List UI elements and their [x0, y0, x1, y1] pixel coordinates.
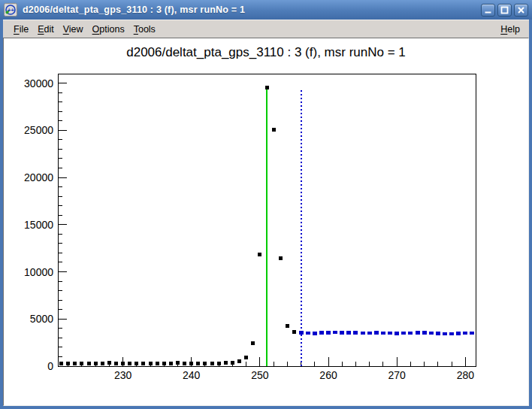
data-histogram-point	[292, 330, 296, 334]
theory-fit-point	[374, 331, 379, 334]
theory-fit-point	[456, 332, 461, 335]
data-histogram-point	[251, 341, 255, 345]
data-histogram-point	[94, 362, 98, 365]
data-histogram-point	[128, 362, 131, 365]
theory-fit-point	[333, 331, 337, 334]
theory-fit-point	[353, 331, 358, 334]
theory-fit-point	[408, 332, 413, 335]
root-app-icon: ++	[4, 3, 17, 17]
theory-fit-point	[319, 331, 324, 334]
theory-fit-point	[449, 332, 454, 335]
y-tick-label: 5000	[30, 313, 53, 325]
data-histogram-point	[114, 362, 118, 365]
data-histogram-point	[169, 362, 173, 365]
data-histogram-point	[189, 362, 193, 365]
theory-fit-point	[416, 331, 420, 334]
theory-fit-point	[443, 332, 447, 335]
menubar-left: FileEditViewOptionsTools	[9, 23, 160, 36]
data-histogram-point	[203, 362, 207, 365]
data-histogram-point	[272, 128, 276, 132]
y-tick-label: 25000	[24, 124, 53, 136]
theory-fit-point	[388, 332, 392, 335]
titlebar[interactable]: ++ d2006/deltat_pta_gps_3110 : 3 (f), ms…	[0, 0, 532, 20]
maximize-icon[interactable]	[497, 4, 512, 17]
data-histogram-point	[162, 362, 166, 365]
data-histogram-point	[101, 362, 104, 365]
svg-text:++: ++	[8, 7, 14, 14]
plot-svg[interactable]: 2302402502602702800500010000150002000025…	[4, 38, 528, 405]
close-icon[interactable]	[514, 4, 528, 17]
x-tick-label: 260	[319, 369, 337, 381]
minimize-icon[interactable]	[481, 4, 495, 17]
y-tick-label: 15000	[24, 219, 53, 231]
theory-fit-point	[367, 332, 372, 335]
x-tick-label: 250	[251, 369, 269, 381]
data-histogram-point	[244, 356, 248, 359]
data-histogram-point	[59, 362, 63, 365]
root-canvas[interactable]: d2006/deltat_pta_gps_3110 : 3 (f), msr r…	[3, 38, 529, 406]
menu-options[interactable]: Options	[88, 23, 129, 36]
data-histogram-point	[141, 362, 145, 365]
data-histogram-point	[149, 362, 153, 365]
data-histogram-point	[156, 362, 159, 365]
theory-fit-point	[436, 332, 440, 335]
menu-help[interactable]: Help	[497, 23, 523, 36]
y-tick-label: 20000	[24, 171, 53, 183]
menu-tools[interactable]: Tools	[129, 23, 160, 36]
theory-fit-point	[394, 332, 399, 335]
theory-fit-point	[346, 331, 351, 334]
data-histogram-point	[176, 361, 180, 365]
window-title: d2006/deltat_pta_gps_3110 : 3 (f), msr r…	[23, 5, 481, 15]
x-tick-label: 230	[114, 369, 132, 381]
theory-fit-point	[340, 331, 344, 334]
theory-fit-point	[381, 332, 385, 335]
data-histogram-point	[217, 362, 221, 365]
data-histogram-point	[87, 362, 91, 365]
data-histogram-point	[66, 362, 70, 365]
root-canvas-window: ++ d2006/deltat_pta_gps_3110 : 3 (f), ms…	[0, 0, 532, 409]
theory-fit-point	[361, 332, 365, 335]
data-histogram-point	[107, 361, 111, 365]
theory-fit-point	[429, 332, 434, 335]
data-histogram-point	[265, 86, 269, 89]
x-tick-label: 240	[183, 369, 201, 381]
theory-fit-point	[401, 332, 406, 335]
menu-edit[interactable]: Edit	[33, 23, 59, 36]
theory-fit-point	[299, 331, 304, 334]
theory-fit-point	[470, 332, 474, 335]
y-tick-label: 10000	[24, 266, 53, 278]
data-histogram-point	[183, 362, 186, 365]
theory-fit-point	[313, 332, 317, 335]
menubar: FileEditViewOptionsTools Help	[3, 20, 529, 38]
data-histogram-point	[258, 253, 261, 256]
x-tick-label: 280	[457, 369, 475, 381]
x-tick-label: 270	[388, 369, 407, 381]
data-histogram-point	[80, 362, 83, 365]
theory-fit-point	[422, 331, 427, 334]
menu-file[interactable]: File	[9, 23, 33, 36]
data-histogram-point	[135, 362, 138, 365]
theory-fit-point	[306, 332, 310, 335]
data-histogram-point	[196, 362, 200, 365]
data-histogram-point	[286, 324, 289, 328]
data-histogram-point	[231, 361, 234, 365]
data-histogram-point	[279, 256, 283, 260]
theory-fit-point	[326, 331, 331, 334]
y-tick-label: 0	[47, 360, 53, 372]
data-histogram-point	[237, 359, 241, 363]
data-histogram-point	[224, 361, 228, 365]
data-histogram-point	[73, 362, 77, 365]
theory-fit-point	[463, 332, 467, 335]
data-histogram-point	[210, 362, 214, 365]
window-body: FileEditViewOptionsTools Help d2006/delt…	[0, 20, 532, 409]
menu-view[interactable]: View	[59, 23, 88, 36]
y-tick-label: 30000	[24, 77, 53, 89]
data-histogram-point	[121, 362, 125, 365]
